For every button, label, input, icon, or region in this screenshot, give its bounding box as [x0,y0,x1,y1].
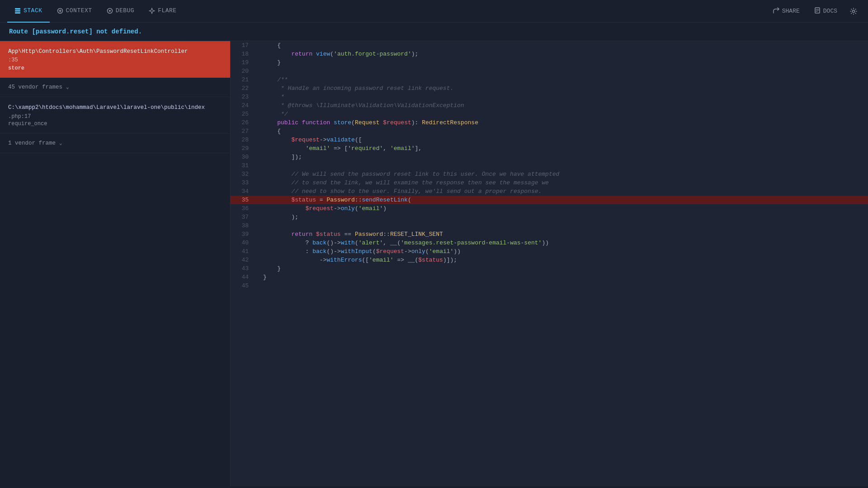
nav-item-debug[interactable]: DEBUG [99,0,142,23]
code-line-18: 18 return view('auth.forgot-password'); [231,50,868,58]
frame-xampp[interactable]: C:\xampp2\htdocs\mohammad\Laravel\larave… [0,97,230,134]
line-content-35: $status = Password::sendResetLink( [256,196,868,204]
line-content-37: ); [256,213,868,221]
error-frame-line: :35 [8,57,222,63]
frame-xampp-file: .php:17 [8,113,222,120]
nav-label-debug: DEBUG [116,7,135,14]
chevron-down-icon: ⌄ [66,84,69,90]
line-number-26: 26 [231,118,256,127]
nav-item-context[interactable]: CONTEXT [50,0,99,23]
svg-rect-1 [15,10,20,11]
code-line-42: 42 ->withErrors(['email' => __($status)]… [231,256,868,264]
nav-label-flare: FLARE [158,7,177,14]
line-number-41: 41 [231,247,256,256]
code-line-22: 22 * Handle an incoming password reset l… [231,84,868,93]
code-line-30: 30 ]); [231,153,868,161]
share-icon [773,7,779,15]
docs-label: DOCS [823,8,837,14]
line-number-32: 32 [231,170,256,178]
nav-item-flare[interactable]: FLARE [142,0,184,23]
docs-icon [814,7,821,15]
line-number-31: 31 [231,161,256,170]
flare-icon [149,8,155,14]
code-line-19: 19 } [231,58,868,67]
line-content-17: { [256,41,868,50]
code-line-35: 35 $status = Password::sendResetLink( [231,196,868,204]
line-number-36: 36 [231,204,256,213]
chevron-down-icon-2: ⌄ [59,140,62,146]
line-number-21: 21 [231,75,256,84]
line-number-35: 35 [231,196,256,204]
line-content-30: ]); [256,153,868,161]
code-line-27: 27 { [231,127,868,136]
line-content-29: 'email' => ['required', 'email'], [256,144,868,153]
line-number-43: 43 [231,264,256,273]
stack-icon [14,8,21,14]
code-line-29: 29 'email' => ['required', 'email'], [231,144,868,153]
line-content-31 [256,161,868,170]
line-content-42: ->withErrors(['email' => __($status)]); [256,256,868,264]
code-line-21: 21 /** [231,75,868,84]
nav-item-stack[interactable]: STACK [7,0,50,23]
line-number-33: 33 [231,178,256,187]
svg-rect-2 [15,12,20,14]
code-line-41: 41 : back()->withInput($request->only('e… [231,247,868,256]
line-content-44: } [256,273,868,282]
line-content-33: // to send the link, we will examine the… [256,178,868,187]
line-number-23: 23 [231,93,256,101]
line-content-18: return view('auth.forgot-password'); [256,50,868,58]
line-number-20: 20 [231,67,256,75]
frame-xampp-method: require_once [8,121,222,127]
code-line-38: 38 [231,221,868,230]
error-frame-path: App\Http\Controllers\Auth\PasswordResetL… [8,47,222,56]
line-content-40: ? back()->with('alert', __('messages.res… [256,239,868,247]
frame-xampp-path: C:\xampp2\htdocs\mohammad\Laravel\larave… [8,103,222,112]
code-line-31: 31 [231,161,868,170]
code-line-40: 40 ? back()->with('alert', __('messages.… [231,239,868,247]
code-line-33: 33 // to send the link, we will examine … [231,178,868,187]
docs-button[interactable]: DOCS [809,4,843,19]
nav-left: STACK CONTEXT DEBUG [7,0,768,23]
code-line-36: 36 $request->only('email') [231,204,868,213]
line-number-25: 25 [231,110,256,118]
context-icon [57,8,63,14]
code-line-20: 20 [231,67,868,75]
line-content-28: $request->validate([ [256,136,868,144]
share-button[interactable]: SHARE [768,4,805,19]
line-number-29: 29 [231,144,256,153]
line-number-18: 18 [231,50,256,58]
code-line-43: 43 } [231,264,868,273]
error-frame[interactable]: App\Http\Controllers\Auth\PasswordResetL… [0,41,230,78]
sidebar: App\Http\Controllers\Auth\PasswordResetL… [0,41,231,486]
code-line-26: 26 public function store(Request $reques… [231,118,868,127]
nav-label-context: CONTEXT [66,7,92,14]
settings-button[interactable] [846,4,861,19]
share-label: SHARE [782,8,800,14]
debug-icon [107,8,113,14]
vendor-frames-1[interactable]: 1 vendor frame ⌄ [0,134,230,153]
line-number-27: 27 [231,127,256,136]
line-number-22: 22 [231,84,256,93]
line-number-44: 44 [231,273,256,282]
vendor-frames-45[interactable]: 45 vendor frames ⌄ [0,78,230,97]
line-number-42: 42 [231,256,256,264]
code-line-23: 23 * [231,93,868,101]
line-content-36: $request->only('email') [256,204,868,213]
line-number-28: 28 [231,136,256,144]
line-content-38 [256,221,868,230]
line-content-21: /** [256,75,868,84]
line-content-19: } [256,58,868,67]
code-line-28: 28 $request->validate([ [231,136,868,144]
code-line-34: 34 // need to show to the user. Finally,… [231,187,868,196]
svg-point-7 [853,10,855,12]
line-content-41: : back()->withInput($request->only('emai… [256,247,868,256]
line-content-26: public function store(Request $request):… [256,118,868,127]
line-number-45: 45 [231,282,256,290]
code-line-44: 44} [231,273,868,282]
code-line-32: 32 // We will send the password reset li… [231,170,868,178]
line-number-39: 39 [231,230,256,239]
line-content-39: return $status == Password::RESET_LINK_S… [256,230,868,239]
line-content-34: // need to show to the user. Finally, we… [256,187,868,196]
nav-label-stack: STACK [24,7,42,14]
nav-right: SHARE DOCS [768,4,861,19]
